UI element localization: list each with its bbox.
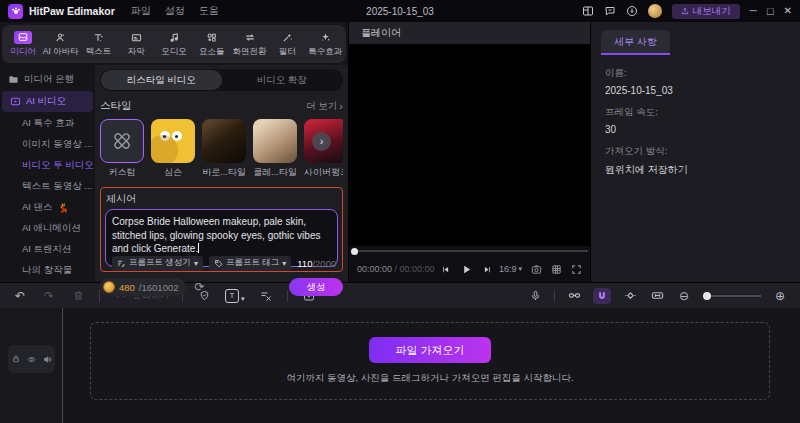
clay-thumbnail — [253, 119, 297, 163]
style-section-title: 스타일 — [100, 99, 132, 113]
timeline-zoom-slider[interactable] — [703, 295, 761, 297]
play-button[interactable] — [461, 264, 472, 275]
tab-elements[interactable]: 요소들 — [193, 31, 231, 58]
sidebar-item-text-to-video[interactable]: 텍스트 동영상 ... — [0, 176, 95, 197]
divider — [554, 290, 555, 302]
sidebar-item-ai-transition[interactable]: AI 트랜지션 — [0, 239, 95, 260]
download-icon[interactable] — [626, 5, 638, 17]
mode-switch: 리스타일 비디오 비디오 확장 — [100, 69, 343, 91]
minimize-button[interactable] — [750, 6, 757, 16]
app-window: HitPaw Edimakor 파일 설정 도움 2025-10-15_03 내… — [0, 0, 800, 423]
prompt-generator-button[interactable]: 프롬프트 생성기 — [112, 256, 203, 271]
maximize-button[interactable] — [767, 6, 774, 17]
video-preview[interactable] — [349, 44, 590, 246]
track-header — [8, 345, 55, 373]
zoom-in-button[interactable] — [772, 288, 788, 304]
fit-timeline-icon[interactable] — [649, 288, 665, 304]
seek-handle[interactable] — [351, 248, 358, 255]
sidebar-item-my-creations[interactable]: 나의 창작물 — [0, 260, 95, 281]
media-panel: 리스타일 비디오 비디오 확장 스타일 더 보기 커스텀 — [95, 65, 348, 282]
fullscreen-icon[interactable] — [571, 264, 582, 275]
style-item-custom[interactable]: 커스텀 — [100, 119, 144, 179]
tab-restyle-video[interactable]: 리스타일 비디오 — [101, 70, 222, 90]
elements-icon — [203, 31, 221, 44]
prompt-input[interactable]: Corpse Bride Halloween makeup, pale skin… — [105, 209, 338, 267]
detail-import-method-value: 원위치에 저장하기 — [605, 163, 786, 177]
playhead[interactable] — [62, 308, 63, 423]
audio-note-icon — [165, 31, 183, 44]
lock-track-icon[interactable] — [12, 355, 20, 363]
safe-area-grid-icon[interactable] — [551, 264, 562, 275]
previous-frame-button[interactable] — [441, 265, 450, 274]
style-item-clay[interactable]: 클레...타일 — [253, 119, 297, 179]
hide-track-icon[interactable] — [27, 355, 36, 364]
menu-file[interactable]: 파일 — [131, 4, 151, 18]
tab-text[interactable]: 텍스트 — [80, 31, 118, 58]
keyframe-icon[interactable] — [622, 288, 638, 304]
drop-hint-text: 여기까지 동영상, 사진을 드래그하거나 가져오면 편집을 시작합니다. — [286, 372, 573, 385]
sidebar-item-ai-dance[interactable]: AI 댄스 💃 — [0, 197, 95, 218]
tab-ai-avatar[interactable]: AI 아바타 — [42, 31, 80, 58]
mute-track-icon[interactable] — [43, 355, 52, 364]
snapshot-icon[interactable] — [531, 264, 542, 275]
text-caret — [198, 243, 199, 253]
project-title: 2025-10-15_03 — [366, 6, 434, 17]
sidebar-item-image-to-video[interactable]: 이미지 동영상 ... — [0, 134, 95, 155]
sidebar-item-video-to-video[interactable]: 비디오 투 비디오 — [0, 155, 95, 176]
detail-framerate-value: 30 — [605, 124, 786, 135]
redo-button[interactable] — [41, 288, 57, 304]
timecode: 00:00:00 / 00:00:00 — [357, 264, 435, 274]
export-button[interactable]: 내보내기 — [672, 4, 740, 19]
close-button[interactable] — [784, 6, 792, 16]
next-frame-button[interactable] — [483, 265, 492, 274]
workspace: 미디어 AI 아바타 텍스트 자막 오디오 — [0, 22, 800, 282]
magnet-snap-button[interactable] — [593, 288, 611, 304]
media-dropzone[interactable]: 파일 가져오기 여기까지 동영상, 사진을 드래그하거나 가져오면 편집을 시작… — [90, 322, 770, 400]
media-icon — [14, 31, 32, 44]
styles-next-arrow[interactable] — [312, 132, 331, 151]
details-panel: 세부 사항 이름: 2025-10-15_03 프레임 속도: 30 가져오기 … — [590, 22, 800, 282]
tab-filters[interactable]: 필터 — [268, 31, 306, 58]
sidebar-item-ai-effects[interactable]: AI 특수 효과 — [0, 113, 95, 134]
detail-import-method-label: 가져오기 방식: — [605, 145, 786, 158]
prompt-tag-button[interactable]: 프롬프트 태그 — [209, 256, 291, 271]
sidebar-item-media-bank[interactable]: 미디어 은행 — [0, 69, 95, 90]
generate-button[interactable]: 생성 — [289, 278, 343, 296]
layout-panels-icon[interactable] — [582, 5, 594, 17]
menu-settings[interactable]: 설정 — [165, 4, 185, 18]
credits-badge[interactable]: 480/1601002 — [100, 278, 186, 296]
tab-details[interactable]: 세부 사항 — [601, 30, 670, 55]
link-clips-icon[interactable] — [566, 288, 582, 304]
zoom-out-button[interactable] — [676, 288, 692, 304]
app-name: HitPaw Edimakor — [29, 5, 115, 17]
prompt-label: 제시어 — [106, 192, 338, 206]
tab-effects[interactable]: 특수효과 — [306, 31, 344, 58]
style-item-simpson[interactable]: 심슨 — [151, 119, 195, 179]
refresh-credits-icon[interactable] — [194, 281, 204, 293]
sidebar-item-ai-animation[interactable]: AI 애니메이션 — [0, 218, 95, 239]
tab-media[interactable]: 미디어 — [4, 31, 42, 58]
tab-video-extend[interactable]: 비디오 확장 — [222, 70, 343, 90]
sidebar-item-ai-video[interactable]: AI 비디오 — [2, 91, 93, 112]
import-file-button[interactable]: 파일 가져오기 — [369, 337, 491, 363]
effects-icon — [316, 31, 334, 44]
menu-help[interactable]: 도움 — [199, 4, 219, 18]
undo-button[interactable] — [12, 288, 28, 304]
more-styles-link[interactable]: 더 보기 — [306, 100, 343, 113]
prompt-text[interactable]: Corpse Bride Halloween makeup, pale skin… — [112, 215, 331, 256]
microphone-icon[interactable] — [527, 288, 543, 304]
zoom-slider-handle[interactable] — [703, 292, 711, 300]
delete-button[interactable] — [70, 288, 86, 304]
ribbon-tabs: 미디어 AI 아바타 텍스트 자막 오디오 — [2, 25, 346, 63]
tab-subtitles[interactable]: 자막 — [117, 31, 155, 58]
seek-bar[interactable] — [349, 246, 590, 256]
user-avatar[interactable] — [648, 4, 662, 18]
ai-video-icon — [10, 96, 21, 107]
tab-transitions[interactable]: 화면전환 — [231, 31, 269, 58]
feedback-icon[interactable] — [604, 5, 616, 17]
style-item-baroque[interactable]: 바로...타일 — [202, 119, 246, 179]
detail-name-label: 이름: — [605, 67, 786, 80]
tab-audio[interactable]: 오디오 — [155, 31, 193, 58]
aspect-ratio-select[interactable]: 16:9 — [499, 264, 522, 274]
seek-track[interactable] — [358, 250, 588, 252]
